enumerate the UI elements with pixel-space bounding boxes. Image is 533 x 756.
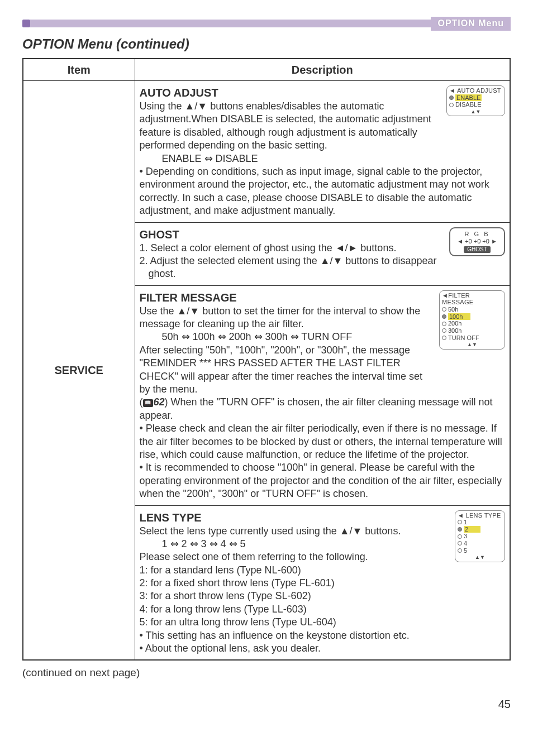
header-desc: Description bbox=[135, 59, 510, 81]
lens-l2: 2: for a fixed short throw lens (Type FL… bbox=[140, 577, 506, 590]
topbar-accent bbox=[22, 20, 30, 27]
ghost-osd-label: GHOST bbox=[464, 246, 491, 253]
lens-osd: ◄ LENS TYPE 1 2 3 4 5 ▲▼ bbox=[455, 510, 505, 562]
section-ghost: GHOST 1. Select a color element of ghost… bbox=[135, 222, 510, 285]
topbar-badge: OPTION Menu bbox=[431, 17, 511, 31]
osd-title: ◄ LENS TYPE bbox=[458, 512, 502, 519]
ghost-osd: R G B ◄ +0 +0 +0 ► GHOST bbox=[449, 227, 505, 257]
lens-p4: • About the optional lens, ask you deale… bbox=[140, 642, 506, 655]
radio-icon bbox=[458, 548, 462, 553]
radio-icon bbox=[458, 541, 462, 546]
radio-icon bbox=[442, 328, 446, 333]
nav-arrows-icon: ▲▼ bbox=[442, 342, 502, 347]
ghost-rgb-label: R G B bbox=[454, 231, 501, 238]
lens-opts: 1 ⇔ 2 ⇔ 3 ⇔ 4 ⇔ 5 bbox=[162, 538, 451, 551]
filter-p2: After selecting "50h", "100h", "200h", o… bbox=[140, 344, 435, 396]
radio-icon bbox=[458, 534, 462, 539]
filter-opts: 50h ⇔ 100h ⇔ 200h ⇔ 300h ⇔ TURN OFF bbox=[162, 331, 435, 343]
lens-p2: Please select one of them referring to t… bbox=[140, 551, 451, 563]
auto-adjust-osd: ◄ AUTO ADJUST ENABLE DISABLE ▲▼ bbox=[446, 85, 505, 116]
lens-l5: 5: for an ultra long throw lens (Type UL… bbox=[140, 616, 506, 629]
radio-icon bbox=[458, 527, 462, 532]
auto-adjust-p1: Using the ▲/▼ buttons enables/disables t… bbox=[140, 100, 442, 152]
page-topbar: OPTION Menu bbox=[22, 17, 511, 31]
filter-ref-line: (📖62) When the "TURN OFF" is chosen, the… bbox=[140, 396, 506, 422]
desc-column: AUTO ADJUST Using the ▲/▼ buttons enable… bbox=[135, 80, 510, 660]
osd-title: ◄ AUTO ADJUST bbox=[449, 87, 502, 94]
auto-adjust-title: AUTO ADJUST bbox=[140, 85, 442, 100]
lens-l3: 3: for a short throw lens (Type SL-602) bbox=[140, 590, 506, 602]
nav-arrows-icon: ▲▼ bbox=[449, 109, 502, 114]
lens-p1: Select the lens type currently used usin… bbox=[140, 525, 451, 538]
continued-note: (continued on next page) bbox=[22, 666, 511, 680]
osd-title: ◄FILTER MESSAGE bbox=[442, 292, 502, 306]
section-auto-adjust: AUTO ADJUST Using the ▲/▼ buttons enable… bbox=[135, 81, 510, 222]
radio-icon bbox=[449, 103, 454, 107]
ghost-l1: 1. Select a color element of ghost using… bbox=[149, 242, 445, 255]
filter-title: FILTER MESSAGE bbox=[140, 290, 435, 305]
filter-p1: Use the ▲/▼ button to set the timer for … bbox=[140, 305, 435, 331]
topbar-line bbox=[30, 20, 431, 27]
radio-icon bbox=[442, 322, 446, 326]
filter-p5: • It is recommended to choose "100h" in … bbox=[140, 461, 506, 500]
section-filter-message: FILTER MESSAGE Use the ▲/▼ button to set… bbox=[135, 285, 510, 505]
auto-adjust-toggle: ENABLE ⇔ DISABLE bbox=[162, 152, 442, 165]
filter-p4: • Please check and clean the air filter … bbox=[140, 422, 506, 461]
nav-arrows-icon: ▲▼ bbox=[458, 554, 502, 560]
auto-adjust-p2: • Depending on conditions, such as input… bbox=[140, 165, 506, 218]
lens-l4: 4: for a long throw lens (Type LL-603) bbox=[140, 603, 506, 616]
page-heading: OPTION Menu (continued) bbox=[22, 35, 511, 52]
lens-l1: 1: for a standard lens (Type NL-600) bbox=[140, 564, 451, 577]
section-lens-type: LENS TYPE Select the lens type currently… bbox=[135, 505, 510, 660]
radio-icon bbox=[449, 95, 454, 100]
manual-ref-icon: 📖 bbox=[143, 399, 153, 407]
radio-icon bbox=[442, 307, 446, 312]
item-service: SERVICE bbox=[23, 80, 135, 660]
lens-title: LENS TYPE bbox=[140, 510, 451, 525]
ghost-title: GHOST bbox=[140, 227, 445, 242]
filter-osd: ◄FILTER MESSAGE 50h 100h 200h 300h TURN … bbox=[439, 290, 505, 350]
ghost-values: ◄ +0 +0 +0 ► bbox=[454, 238, 501, 245]
option-table: Item Description SERVICE AUTO ADJUST Usi… bbox=[22, 58, 511, 661]
radio-icon bbox=[442, 336, 446, 340]
header-item: Item bbox=[23, 59, 135, 81]
page-number: 45 bbox=[22, 697, 511, 711]
lens-p3: • This setting has an influence on the k… bbox=[140, 629, 506, 642]
ghost-l2: 2. Adjust the selected element using the… bbox=[149, 255, 445, 281]
radio-icon bbox=[442, 314, 446, 319]
radio-icon bbox=[458, 520, 462, 524]
